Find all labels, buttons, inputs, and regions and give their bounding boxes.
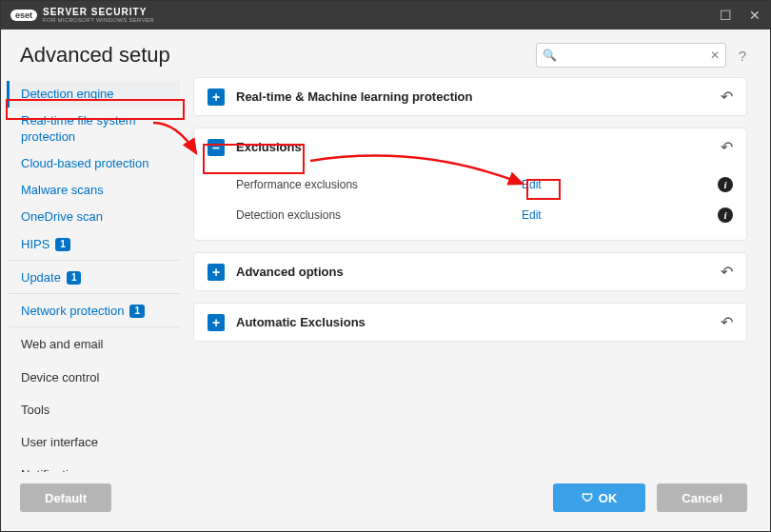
sidebar-item-label: Cloud-based protection xyxy=(21,156,148,171)
ok-label: OK xyxy=(599,491,618,505)
sidebar-badge: 1 xyxy=(67,271,82,285)
sidebar-item-device-control[interactable]: Device control xyxy=(7,362,180,394)
brand-line1: SERVER SECURITY xyxy=(43,8,154,17)
setting-row: Detection exclusionsEditi xyxy=(236,200,733,230)
ok-button[interactable]: 🛡 OK xyxy=(553,483,646,512)
undo-icon[interactable]: ↶ xyxy=(721,263,733,281)
brand-logo: eset SERVER SECURITY FOR MICROSOFT WINDO… xyxy=(10,8,154,23)
undo-icon[interactable]: ↶ xyxy=(721,313,733,331)
panel-header-exclusions[interactable]: –Exclusions↶ xyxy=(194,128,746,166)
setting-row: Performance exclusionsEditi xyxy=(236,169,733,200)
sidebar-item-label: Malware scans xyxy=(21,183,104,198)
clear-search-icon[interactable]: ✕ xyxy=(710,49,720,62)
panel-exclusions: –Exclusions↶Performance exclusionsEditiD… xyxy=(193,128,747,241)
sidebar-item-user-interface[interactable]: User interface xyxy=(7,426,180,459)
sidebar-item-label: Device control xyxy=(21,370,99,385)
sidebar-item-detection-engine[interactable]: Detection engine xyxy=(7,81,180,108)
search-box[interactable]: 🔍 ✕ xyxy=(536,43,726,68)
sidebar-item-label: Web and email xyxy=(21,337,103,352)
panel-header-advanced[interactable]: +Advanced options↶ xyxy=(194,253,746,290)
expand-icon[interactable]: + xyxy=(208,314,225,331)
sidebar-item-label: Network protection xyxy=(21,304,124,319)
titlebar: eset SERVER SECURITY FOR MICROSOFT WINDO… xyxy=(1,1,770,30)
shield-icon: 🛡 xyxy=(582,491,593,504)
panel-title: Advanced options xyxy=(236,265,709,279)
sidebar-item-label: Real-time file system protection xyxy=(21,113,172,145)
panel-realtime_ml: +Real-time & Machine learning protection… xyxy=(193,77,747,116)
search-icon: 🔍 xyxy=(543,49,557,62)
panels-area: +Real-time & Machine learning protection… xyxy=(193,77,751,472)
sidebar: Detection engineReal-time file system pr… xyxy=(7,77,180,472)
panel-body-exclusions: Performance exclusionsEditiDetection exc… xyxy=(194,166,746,240)
info-icon[interactable]: i xyxy=(718,207,733,223)
window-maximize-icon[interactable]: ☐ xyxy=(720,8,732,23)
sidebar-item-label: HIPS xyxy=(21,237,49,252)
undo-icon[interactable]: ↶ xyxy=(721,138,733,156)
sidebar-badge: 1 xyxy=(55,238,70,251)
sidebar-item-label: Tools xyxy=(21,403,49,418)
brand-line2: FOR MICROSOFT WINDOWS SERVER xyxy=(43,17,154,23)
collapse-icon[interactable]: – xyxy=(208,139,225,156)
info-icon[interactable]: i xyxy=(718,177,733,192)
page-title: Advanced setup xyxy=(20,43,170,68)
sidebar-item-notifications[interactable]: Notifications xyxy=(7,459,180,472)
panel-auto_excl: +Automatic Exclusions↶ xyxy=(193,303,747,342)
window-close-icon[interactable]: ✕ xyxy=(749,8,761,23)
sidebar-item-onedrive-scan[interactable]: OneDrive scan xyxy=(7,204,180,230)
sidebar-item-label: OneDrive scan xyxy=(21,209,103,225)
undo-icon[interactable]: ↶ xyxy=(721,88,733,106)
sidebar-item-real-time-file-system-protection[interactable]: Real-time file system protection xyxy=(7,108,180,150)
sidebar-item-label: Update xyxy=(21,270,61,286)
panel-title: Automatic Exclusions xyxy=(236,315,709,329)
setting-label: Detection exclusions xyxy=(236,208,522,222)
sidebar-item-tools[interactable]: Tools xyxy=(7,394,180,426)
edit-link[interactable]: Edit xyxy=(522,208,542,222)
panel-header-auto_excl[interactable]: +Automatic Exclusions↶ xyxy=(194,304,746,341)
edit-link[interactable]: Edit xyxy=(522,178,542,191)
sidebar-item-label: User interface xyxy=(21,435,98,450)
default-button[interactable]: Default xyxy=(20,483,111,512)
sidebar-item-malware-scans[interactable]: Malware scans xyxy=(7,177,180,204)
expand-icon[interactable]: + xyxy=(208,264,225,281)
setting-label: Performance exclusions xyxy=(236,178,522,191)
eset-badge: eset xyxy=(10,10,37,21)
sidebar-badge: 1 xyxy=(129,305,145,318)
sidebar-item-web-and-email[interactable]: Web and email xyxy=(7,326,180,361)
sidebar-item-hips[interactable]: HIPS1 xyxy=(7,231,180,258)
expand-icon[interactable]: + xyxy=(208,89,225,106)
sidebar-item-label: Detection engine xyxy=(21,87,114,102)
sidebar-item-network-protection[interactable]: Network protection1 xyxy=(7,293,180,325)
panel-advanced: +Advanced options↶ xyxy=(193,252,747,291)
panel-header-realtime_ml[interactable]: +Real-time & Machine learning protection… xyxy=(194,78,746,115)
sidebar-item-update[interactable]: Update1 xyxy=(7,260,180,291)
panel-title: Exclusions xyxy=(236,140,709,154)
search-input[interactable] xyxy=(557,49,710,62)
help-icon[interactable]: ? xyxy=(734,48,751,64)
sidebar-item-cloud-based-protection[interactable]: Cloud-based protection xyxy=(7,150,180,177)
cancel-button[interactable]: Cancel xyxy=(657,483,747,512)
panel-title: Real-time & Machine learning protection xyxy=(236,89,709,104)
